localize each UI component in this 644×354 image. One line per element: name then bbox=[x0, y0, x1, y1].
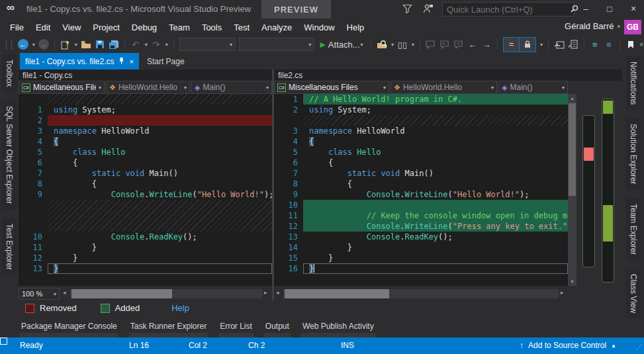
help-link[interactable]: Help bbox=[171, 303, 189, 313]
code-line[interactable]: 7 static void Main() bbox=[274, 168, 568, 179]
navigate-to-definition-icon[interactable] bbox=[554, 38, 565, 51]
code-line[interactable]: 11 // Keep the console window open in de… bbox=[274, 210, 568, 221]
scrollbar-thumb[interactable] bbox=[569, 103, 576, 196]
copy-to-clipboard-icon[interactable] bbox=[568, 38, 578, 51]
code-line[interactable]: 5 class Hello bbox=[274, 147, 568, 157]
code-line[interactable]: 3namespace HelloWorld bbox=[274, 126, 568, 136]
quick-launch-input[interactable] bbox=[443, 5, 567, 15]
code-line[interactable]: 9 Console.WriteLine("Hello World!"); bbox=[19, 189, 272, 200]
scroll-up-icon[interactable]: ▴ bbox=[568, 94, 576, 103]
code-line[interactable]: 9 Console.WriteLine("Hello World!"); bbox=[274, 189, 568, 200]
feedback-filter-icon[interactable] bbox=[402, 4, 412, 16]
insert-mode-indicator[interactable]: INS bbox=[341, 341, 354, 350]
code-line[interactable]: 6 { bbox=[19, 157, 272, 168]
scroll-left-icon[interactable]: ◂ bbox=[276, 289, 279, 296]
left-code-editor[interactable]: 1using System;23namespace HelloWorld4{5 … bbox=[19, 94, 272, 286]
menu-edit[interactable]: Edit bbox=[30, 20, 56, 35]
side-tab-test-explorer[interactable]: Test Explorer bbox=[2, 218, 17, 275]
menu-project[interactable]: Project bbox=[87, 20, 125, 35]
character-indicator[interactable]: Ch 2 bbox=[248, 341, 265, 350]
code-line[interactable]: 5 class Hello bbox=[19, 147, 272, 157]
menu-file[interactable]: File bbox=[4, 20, 30, 35]
add-comment-icon[interactable] bbox=[426, 38, 436, 51]
close-button[interactable]: × bbox=[622, 0, 644, 17]
code-line[interactable]: 12 Console.WriteLine("Press any key to e… bbox=[274, 221, 568, 232]
side-tab-sql-server-object-explorer[interactable]: SQL Server Object Explorer bbox=[2, 101, 17, 209]
code-line[interactable]: 1// A Hello World! program in C#. bbox=[274, 94, 568, 105]
minimize-button[interactable]: – bbox=[575, 0, 597, 17]
side-tab-team-explorer[interactable]: Team Explorer bbox=[626, 199, 641, 260]
resize-grip[interactable]: ⋰ bbox=[636, 343, 642, 351]
zoom-level-combobox[interactable]: 100 % ▾ bbox=[19, 288, 60, 300]
code-line[interactable]: 8 { bbox=[274, 179, 568, 189]
format-document-icon[interactable]: ≡ bbox=[604, 38, 614, 51]
overview-added-marker[interactable] bbox=[603, 205, 613, 242]
nav-dropdown-helloworld-hello[interactable]: ❖HelloWorld.Hello▾ bbox=[391, 81, 497, 94]
next-difference-icon[interactable]: → bbox=[481, 38, 492, 51]
code-line[interactable]: 12 } bbox=[19, 253, 272, 263]
column-indicator[interactable]: Col 2 bbox=[189, 341, 207, 350]
code-line[interactable]: 4{ bbox=[19, 136, 272, 147]
scroll-right-icon[interactable]: ▸ bbox=[561, 289, 564, 296]
tab-diff-view[interactable]: file1 - Copy.cs vs. file2.cs × bbox=[20, 53, 139, 69]
code-line[interactable]: 3namespace HelloWorld bbox=[19, 126, 272, 136]
line-indicator[interactable]: Ln 16 bbox=[129, 341, 149, 350]
code-line[interactable]: 2 bbox=[19, 115, 272, 126]
right-code-editor[interactable]: 1// A Hello World! program in C#.2using … bbox=[274, 94, 568, 286]
scrollbar-thumb[interactable] bbox=[71, 289, 172, 298]
quick-launch-box[interactable] bbox=[442, 2, 575, 17]
open-file-icon[interactable] bbox=[81, 38, 91, 51]
synchronized-scrolling-button[interactable] bbox=[520, 38, 535, 52]
menu-team[interactable]: Team bbox=[163, 20, 196, 35]
toolbar-drag-handle[interactable]: ┆┆ bbox=[4, 40, 15, 50]
code-line[interactable]: 2using System; bbox=[274, 105, 568, 115]
platform-combobox[interactable]: ▾ bbox=[239, 38, 314, 51]
code-line[interactable]: 8 { bbox=[19, 179, 272, 189]
scroll-down-icon[interactable]: ▾ bbox=[568, 277, 576, 286]
close-tab-icon[interactable]: × bbox=[129, 58, 133, 66]
code-line[interactable]: 11 } bbox=[19, 242, 272, 253]
maximize-button[interactable]: □ bbox=[598, 0, 621, 17]
show-indent-guides-icon[interactable]: ≡ bbox=[590, 38, 600, 51]
menu-tools[interactable]: Tools bbox=[196, 20, 228, 35]
diff-mode-caret-icon[interactable]: ▾ bbox=[540, 42, 543, 48]
menu-view[interactable]: View bbox=[56, 20, 87, 35]
vertical-scrollbar[interactable]: ▴ ▾ bbox=[568, 94, 576, 286]
send-feedback-icon[interactable] bbox=[422, 3, 434, 16]
tab-start-page[interactable]: Start Page bbox=[139, 53, 193, 69]
bookmark-icon[interactable] bbox=[625, 38, 636, 51]
new-item-caret-icon[interactable]: ▾ bbox=[75, 42, 77, 48]
toolbar-overflow-icon[interactable]: » bbox=[638, 42, 644, 46]
user-avatar[interactable]: GB bbox=[624, 20, 641, 34]
redo-caret-icon[interactable]: ▾ bbox=[165, 42, 168, 48]
overview-added-marker[interactable] bbox=[603, 101, 613, 114]
navigate-forward-icon[interactable]: → bbox=[38, 39, 49, 50]
menu-test[interactable]: Test bbox=[228, 20, 255, 35]
overview-left-file[interactable] bbox=[582, 115, 595, 267]
menu-analyze[interactable]: Analyze bbox=[255, 20, 298, 35]
menu-debug[interactable]: Debug bbox=[126, 20, 163, 35]
diff-overview-margin[interactable] bbox=[576, 94, 622, 288]
nav-dropdown-main[interactable]: ◈Main()▾ bbox=[498, 81, 568, 94]
code-line[interactable]: 10 bbox=[274, 200, 568, 210]
overview-right-file[interactable] bbox=[602, 99, 614, 283]
code-line[interactable]: 1using System; bbox=[19, 105, 272, 115]
code-line[interactable]: 13 Console.ReadKey(); bbox=[274, 232, 568, 242]
code-line[interactable]: 10 Console.ReadKey(); bbox=[19, 232, 272, 242]
panel-tab-web-publish-activity[interactable]: Web Publish Activity bbox=[301, 322, 375, 338]
redo-icon[interactable]: ↷ bbox=[151, 38, 161, 51]
undo-caret-icon[interactable]: ▾ bbox=[145, 42, 148, 48]
configuration-combobox[interactable]: ▾ bbox=[179, 38, 236, 51]
nav-dropdown-helloworld-hello[interactable]: ❖HelloWorld.Hello▾ bbox=[106, 81, 190, 94]
user-account[interactable]: Gérald Barré ▾ bbox=[565, 21, 620, 31]
code-line[interactable]: 14 } bbox=[274, 242, 568, 253]
panel-tab-package-manager-console[interactable]: Package Manager Console bbox=[20, 322, 118, 338]
undo-icon[interactable]: ↶ bbox=[130, 38, 141, 51]
nav-dropdown-miscellaneous-files[interactable]: C#Miscellaneous Files▾ bbox=[274, 81, 389, 94]
new-item-icon[interactable] bbox=[60, 38, 71, 51]
side-by-side-mode-button[interactable]: = bbox=[504, 38, 520, 52]
code-line[interactable]: 15 } bbox=[274, 253, 568, 263]
save-all-icon[interactable] bbox=[109, 38, 119, 51]
navigate-back-icon[interactable]: ← bbox=[18, 39, 28, 50]
scroll-right-icon[interactable]: ▸ bbox=[264, 289, 267, 296]
